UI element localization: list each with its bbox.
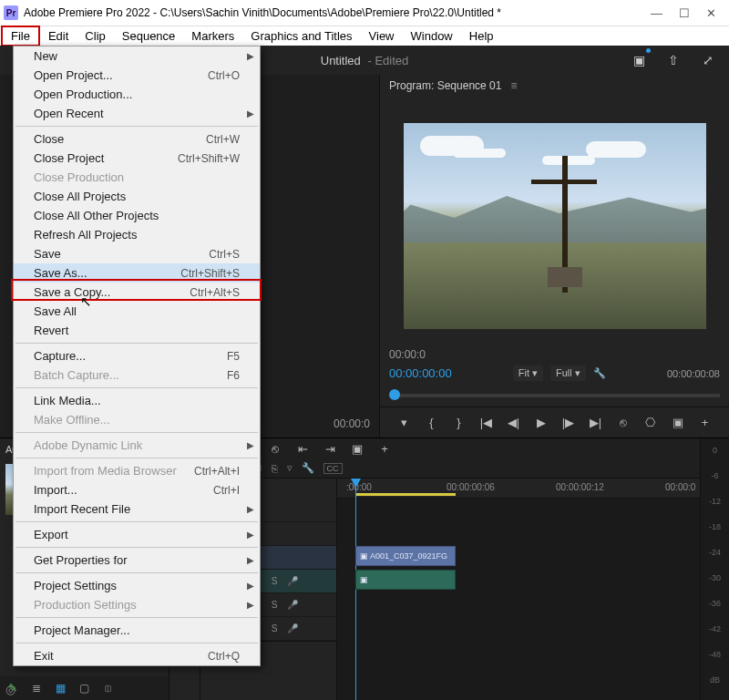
- program-panel: Program: Sequence 01 ≡ 00:00:0 00:00:00:…: [379, 75, 729, 438]
- extract-icon[interactable]: ⎔: [642, 414, 660, 432]
- file-menu-dropdown: New▶Open Project...Ctrl+OOpen Production…: [13, 46, 261, 666]
- menu-item-close-all-projects[interactable]: Close All Projects: [14, 187, 260, 206]
- menu-item-close-all-other-projects[interactable]: Close All Other Projects: [14, 206, 260, 225]
- step-forward-icon[interactable]: |▶: [560, 414, 578, 432]
- lift-icon[interactable]: ⎋: [614, 414, 632, 432]
- menu-item-refresh-all-projects[interactable]: Refresh All Projects: [14, 225, 260, 244]
- freeform-view-icon[interactable]: ▢: [77, 681, 91, 695]
- button-editor-icon[interactable]: +: [696, 414, 714, 432]
- mark-in-icon[interactable]: {: [423, 414, 441, 432]
- project-footer: ✎ ≣ ▦ ▢ ⎅: [0, 676, 169, 700]
- marker-icon[interactable]: ▿: [287, 462, 293, 474]
- window-title: Adobe Premiere Pro 2022 - C:\Users\Sachi…: [24, 6, 651, 19]
- zoom-fit-select[interactable]: Fit ▾: [513, 365, 543, 381]
- time-ruler[interactable]: :00:00 00:00:00:06 00:00:00:12 00:00:0: [337, 479, 700, 499]
- program-tc-left: 00:00:0: [389, 348, 426, 361]
- fullscreen-icon[interactable]: ⤢: [698, 50, 718, 70]
- video-clip[interactable]: ▣ A001_C037_0921FG: [355, 546, 456, 566]
- menu-item-open-production[interactable]: Open Production...: [14, 85, 260, 104]
- workspace-label: Untitled - Edited: [321, 54, 409, 67]
- cc-icon[interactable]: CC: [323, 463, 343, 474]
- button-editor-icon[interactable]: +: [375, 439, 394, 458]
- menu-sequence[interactable]: Sequence: [114, 27, 184, 45]
- maximize-button[interactable]: ☐: [679, 6, 690, 20]
- menu-graphics-and-titles[interactable]: Graphics and Titles: [242, 27, 360, 45]
- menu-item-project-settings[interactable]: Project Settings▶: [14, 576, 260, 595]
- menu-edit[interactable]: Edit: [40, 27, 77, 45]
- mic-icon: 🎤: [286, 623, 299, 635]
- cursor-icon: ↖: [80, 293, 92, 310]
- program-playhead-tc[interactable]: 00:00:00:00: [389, 366, 452, 380]
- mic-icon: 🎤: [286, 575, 299, 588]
- menu-item-import-recent-file[interactable]: Import Recent File▶: [14, 499, 260, 519]
- import-icon[interactable]: ▣: [629, 50, 649, 70]
- menu-item-save[interactable]: SaveCtrl+S: [14, 244, 260, 263]
- close-button[interactable]: ✕: [706, 6, 716, 20]
- menu-item-revert[interactable]: Revert: [14, 321, 260, 340]
- menu-item-adobe-dynamic-link: Adobe Dynamic Link▶: [14, 436, 260, 455]
- go-to-in-icon[interactable]: |◀: [477, 414, 496, 432]
- menubar: File Edit Clip Sequence Markers Graphics…: [0, 26, 729, 46]
- program-monitor[interactable]: [380, 97, 729, 345]
- menu-item-exit[interactable]: ExitCtrl+Q: [14, 646, 260, 665]
- menu-item-link-media[interactable]: Link Media...: [14, 391, 260, 410]
- menu-help[interactable]: Help: [461, 27, 502, 45]
- menu-item-import[interactable]: Import...Ctrl+I: [14, 480, 260, 499]
- step-back-icon[interactable]: ◀|: [505, 414, 523, 432]
- program-transport: ▾ { } |◀ ◀| ▶ |▶ ▶| ⎋ ⎔ ▣ +: [380, 407, 729, 438]
- menu-item-open-project[interactable]: Open Project...Ctrl+O: [14, 66, 260, 85]
- menu-view[interactable]: View: [361, 27, 403, 45]
- source-transport: ⎋ ⇤ ⇥ ▣ +: [266, 439, 394, 458]
- menu-item-get-properties-for[interactable]: Get Properties for▶: [14, 551, 260, 570]
- menu-item-import-from-media-browser: Import from Media BrowserCtrl+Alt+I: [14, 461, 260, 480]
- menu-item-new[interactable]: New▶: [14, 46, 260, 66]
- list-view-icon[interactable]: ≣: [29, 681, 44, 695]
- resolution-select[interactable]: Full ▾: [550, 365, 586, 381]
- icon-view-icon[interactable]: ▦: [53, 681, 67, 695]
- menu-item-project-manager[interactable]: Project Manager...: [14, 621, 260, 640]
- menu-item-save-a-copy[interactable]: Save a Copy...Ctrl+Alt+S: [14, 283, 260, 302]
- menu-item-close-production: Close Production: [14, 168, 260, 187]
- linked-selection-icon[interactable]: ⎘: [272, 463, 278, 474]
- overwrite-icon[interactable]: ⇥: [321, 439, 339, 458]
- program-header: Program: Sequence 01: [389, 79, 501, 92]
- video-preview: [404, 123, 706, 329]
- menu-markers[interactable]: Markers: [183, 27, 242, 45]
- menu-item-open-recent[interactable]: Open Recent▶: [14, 104, 260, 123]
- lift-icon[interactable]: ⎋: [266, 439, 284, 458]
- source-timecode: 00:00:0: [334, 417, 370, 430]
- menu-item-save-as[interactable]: Save As...Ctrl+Shift+S: [14, 263, 260, 283]
- settings-icon[interactable]: 🔧: [302, 462, 314, 474]
- program-tc-right: 00:00:00:08: [667, 368, 720, 379]
- timeline-tracks[interactable]: :00:00 00:00:00:06 00:00:00:12 00:00:0 ▣…: [337, 479, 700, 700]
- settings-icon[interactable]: 🔧: [593, 367, 606, 379]
- app-logo: Pr: [4, 5, 18, 20]
- sort-icon[interactable]: ⎅: [100, 681, 115, 695]
- creative-cloud-icon[interactable]: ◎: [5, 683, 15, 696]
- mic-icon: 🎤: [286, 599, 299, 612]
- add-marker-icon[interactable]: ▾: [395, 414, 414, 432]
- menu-item-close[interactable]: CloseCtrl+W: [14, 129, 260, 149]
- menu-clip[interactable]: Clip: [77, 27, 113, 45]
- audio-clip[interactable]: ▣: [355, 570, 456, 590]
- menu-item-save-all[interactable]: Save All: [14, 302, 260, 321]
- insert-icon[interactable]: ⇤: [293, 439, 312, 458]
- export-frame-icon[interactable]: ▣: [348, 439, 366, 458]
- menu-item-make-offline: Make Offline...: [14, 410, 260, 429]
- menu-item-export[interactable]: Export▶: [14, 525, 260, 544]
- audio-meters: 0-6-12 -18-24-30 -36-42-48 dB: [700, 438, 729, 700]
- go-to-out-icon[interactable]: ▶|: [587, 414, 605, 432]
- program-scrub[interactable]: [389, 385, 720, 405]
- menu-item-capture[interactable]: Capture...F5: [14, 346, 260, 365]
- play-icon[interactable]: ▶: [532, 414, 550, 432]
- menu-file[interactable]: File: [1, 26, 40, 46]
- minimize-button[interactable]: —: [651, 6, 662, 20]
- menu-item-close-project[interactable]: Close ProjectCtrl+Shift+W: [14, 149, 260, 168]
- window-titlebar: Pr Adobe Premiere Pro 2022 - C:\Users\Sa…: [0, 0, 729, 26]
- export-icon[interactable]: ⇧: [663, 50, 683, 70]
- mark-out-icon[interactable]: }: [450, 414, 468, 432]
- panel-menu-icon[interactable]: ≡: [510, 79, 517, 92]
- export-frame-icon[interactable]: ▣: [669, 414, 687, 432]
- menu-item-batch-capture: Batch Capture...F6: [14, 365, 260, 385]
- menu-window[interactable]: Window: [403, 27, 461, 45]
